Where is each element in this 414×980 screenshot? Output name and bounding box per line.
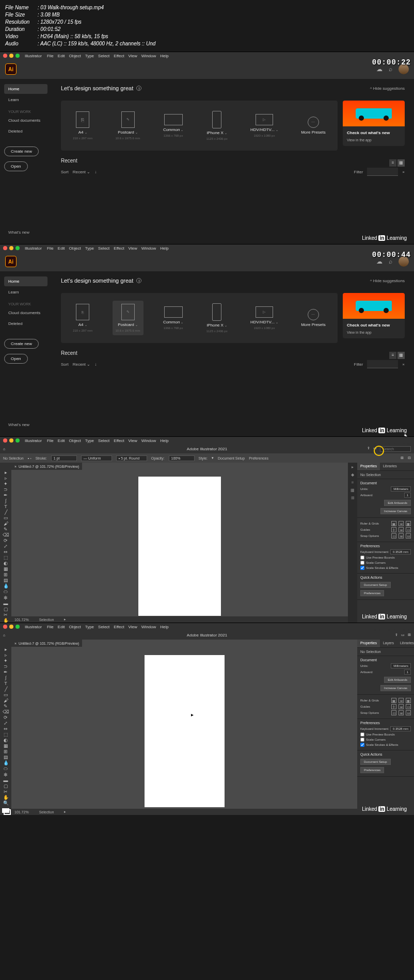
shape-builder-tool[interactable]: ◐ <box>1 561 10 566</box>
more-icon[interactable]: ⊟ <box>408 456 411 460</box>
cloud-icon[interactable]: ☁ <box>376 258 383 265</box>
preset-postcard[interactable]: ✎ Postcard⌄ 10.6 x 1975.6 mm ⬉ <box>113 301 144 335</box>
preset-hdv[interactable]: ▷ HDV/HDTV...⌄ 1920 x 1080 px <box>247 303 281 333</box>
preferences-button[interactable]: Preferences <box>360 590 384 596</box>
mesh-tool[interactable]: ⊞ <box>1 572 10 577</box>
scale-tool[interactable]: ⤢ <box>1 544 10 549</box>
sidebar-learn[interactable]: Learn <box>4 95 47 105</box>
width-tool[interactable]: ⇔ <box>1 549 10 554</box>
gradient-tool[interactable]: ▤ <box>1 578 10 583</box>
eyedropper-tool[interactable]: 💧 <box>1 583 10 589</box>
menu-help[interactable]: Help <box>160 54 168 58</box>
zoom-level[interactable]: 101.72% <box>14 618 29 622</box>
brush[interactable]: • 5 pt. Round <box>116 455 147 461</box>
menu-object[interactable]: Object <box>69 54 81 58</box>
artboard[interactable] <box>145 655 225 807</box>
slice-tool[interactable]: ✂ <box>1 612 10 617</box>
keyboard-increment[interactable]: 0.3528 mm <box>390 549 411 554</box>
preset-postcard[interactable]: ✎ Postcard⌄ 10.6 x 1975.6 mm <box>113 108 144 143</box>
edit-artboards-button[interactable]: Edit Artboards <box>384 500 411 506</box>
open-button[interactable]: Open <box>4 161 28 171</box>
preset-more[interactable]: ⋯ More Presets <box>298 113 329 138</box>
scale-corners-check[interactable] <box>360 561 364 565</box>
search-icon[interactable]: ⌕ <box>389 66 392 73</box>
menu-edit[interactable]: Edit <box>58 54 65 58</box>
magic-wand-tool[interactable]: ✦ <box>1 481 10 486</box>
list-view-icon[interactable]: ≡ <box>389 159 396 167</box>
shaper-tool[interactable]: ✎ <box>1 527 10 532</box>
free-transform-tool[interactable]: ⬚ <box>1 555 10 560</box>
sort-dropdown[interactable]: Recent ⌄ <box>73 170 91 174</box>
artboard-select[interactable]: 1 <box>404 493 411 498</box>
use-preview-bounds-check[interactable] <box>360 556 364 560</box>
preset-iphone[interactable]: iPhone X⌄ 1125 x 2436 px <box>203 108 231 143</box>
grid-icon[interactable]: ⊞ <box>399 521 404 526</box>
perspective-tool[interactable]: ▦ <box>1 566 10 571</box>
clear-filter-icon[interactable]: × <box>402 170 405 174</box>
menu-file[interactable]: File <box>47 54 54 58</box>
preset-common[interactable]: Common⌄ 1366 x 768 px <box>160 111 186 140</box>
create-new-button[interactable]: Create new <box>4 146 39 156</box>
grid-view-icon[interactable]: ▦ <box>397 159 405 167</box>
preset-more[interactable]: ⋯ More Presets <box>298 306 329 330</box>
document-setup-button[interactable]: Document Setup <box>360 582 391 588</box>
filter-input[interactable] <box>367 168 398 176</box>
search-input[interactable] <box>380 446 411 452</box>
stroke-weight[interactable]: 1 pt <box>51 455 77 461</box>
line-tool[interactable]: ╱ <box>1 510 10 515</box>
menu-view[interactable]: View <box>129 54 137 58</box>
units-select[interactable]: Millimeters <box>391 486 411 492</box>
selection-tool[interactable]: ▸ <box>1 470 10 475</box>
stroke-profile[interactable]: — Uniform <box>81 455 112 461</box>
preset-a4[interactable]: ⎘ A4⌄ 210 x 297 mm <box>70 108 95 143</box>
preset-hdv[interactable]: ▷ HDV/HDTV...⌄ 1920 x 1080 px <box>247 111 281 140</box>
car-illustration <box>356 108 392 119</box>
preset-common[interactable]: Common⌄ 1366 x 768 px <box>160 303 186 333</box>
home-icon[interactable]: ⌂ <box>3 447 5 451</box>
artboard[interactable] <box>138 477 221 616</box>
document-setup-link[interactable]: Document Setup <box>218 456 245 460</box>
direct-selection-tool[interactable]: ▹ <box>1 476 10 481</box>
menu-window[interactable]: Window <box>141 54 156 58</box>
timestamp: 00:00:44 <box>372 251 411 259</box>
rotate-tool[interactable]: ⟳ <box>1 538 10 543</box>
sidebar-cloud[interactable]: Cloud documents <box>4 116 47 125</box>
menu-select[interactable]: Select <box>98 54 109 58</box>
scale-strokes-check[interactable] <box>360 566 364 570</box>
tab-properties[interactable]: Properties <box>357 463 380 470</box>
sidebar-deleted[interactable]: Deleted <box>4 126 47 136</box>
artboard-tool[interactable]: ▢ <box>1 607 10 612</box>
menu-effect[interactable]: Effect <box>114 54 124 58</box>
increase-canvas-button[interactable]: Increase Canvas <box>380 508 411 514</box>
symbol-sprayer-tool[interactable]: ✻ <box>1 595 10 600</box>
hide-suggestions[interactable]: ^ Hide suggestions <box>370 86 405 91</box>
whats-new-link[interactable]: What's new <box>4 226 47 239</box>
promo-card[interactable]: Check out what's new View in the app <box>343 101 405 146</box>
preset-a4[interactable]: ⎘ A4⌄ 210 x 297 mm <box>70 301 95 335</box>
eraser-tool[interactable]: ⌫ <box>1 532 10 537</box>
video-frame-1: 00:00:22 Illustrator File Edit Object Ty… <box>0 52 414 244</box>
pen-tool[interactable]: ✒ <box>1 493 10 498</box>
search-icon[interactable]: ⌕ <box>389 258 392 265</box>
type-tool[interactable]: T <box>1 504 10 509</box>
curvature-tool[interactable]: ∫ <box>1 498 10 503</box>
preferences-link[interactable]: Preferences <box>249 456 268 460</box>
sort-direction[interactable]: ↓ <box>94 170 97 174</box>
sidebar-home[interactable]: Home <box>4 84 47 94</box>
align-icon[interactable]: ⊞ <box>401 456 404 460</box>
tab-libraries[interactable]: Libraries <box>380 463 400 470</box>
menu-type[interactable]: Type <box>85 54 94 58</box>
blend-tool[interactable]: ⬭ <box>1 589 10 595</box>
info-icon[interactable]: i <box>136 86 141 91</box>
opacity-input[interactable]: 100% <box>169 455 195 461</box>
rectangle-tool[interactable]: ▭ <box>1 515 10 520</box>
cloud-icon[interactable]: ☁ <box>376 66 383 73</box>
graph-tool[interactable]: ▬ <box>1 601 10 606</box>
ruler-icon[interactable]: ▦ <box>391 521 396 526</box>
transparency-grid-icon[interactable]: ▩ <box>406 521 411 526</box>
preset-iphone[interactable]: iPhone X⌄ 1125 x 2436 px <box>203 300 231 336</box>
paintbrush-tool[interactable]: 🖌 <box>1 521 10 526</box>
share-icon[interactable]: ⇪ <box>367 446 370 452</box>
lasso-tool[interactable]: ⊃ <box>1 487 10 492</box>
home-icon[interactable]: ⌂ <box>3 633 5 637</box>
